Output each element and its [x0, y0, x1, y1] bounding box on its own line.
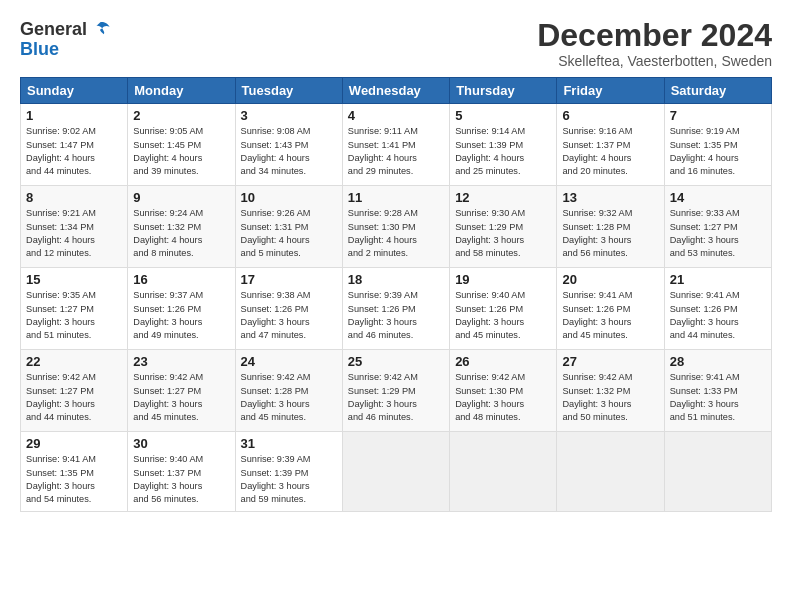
day-info: Sunrise: 9:19 AM Sunset: 1:35 PM Dayligh… — [670, 125, 766, 178]
week-row-5: 29Sunrise: 9:41 AM Sunset: 1:35 PM Dayli… — [21, 432, 772, 511]
table-cell — [342, 432, 449, 511]
table-cell: 2Sunrise: 9:05 AM Sunset: 1:45 PM Daylig… — [128, 104, 235, 186]
day-info: Sunrise: 9:39 AM Sunset: 1:39 PM Dayligh… — [241, 453, 337, 506]
table-cell: 5Sunrise: 9:14 AM Sunset: 1:39 PM Daylig… — [450, 104, 557, 186]
table-cell — [450, 432, 557, 511]
day-info: Sunrise: 9:08 AM Sunset: 1:43 PM Dayligh… — [241, 125, 337, 178]
day-number: 14 — [670, 190, 766, 205]
day-info: Sunrise: 9:11 AM Sunset: 1:41 PM Dayligh… — [348, 125, 444, 178]
table-cell — [664, 432, 771, 511]
calendar-header-row: Sunday Monday Tuesday Wednesday Thursday… — [21, 78, 772, 104]
day-number: 3 — [241, 108, 337, 123]
table-cell: 6Sunrise: 9:16 AM Sunset: 1:37 PM Daylig… — [557, 104, 664, 186]
week-row-4: 22Sunrise: 9:42 AM Sunset: 1:27 PM Dayli… — [21, 350, 772, 432]
day-info: Sunrise: 9:32 AM Sunset: 1:28 PM Dayligh… — [562, 207, 658, 260]
day-info: Sunrise: 9:14 AM Sunset: 1:39 PM Dayligh… — [455, 125, 551, 178]
day-number: 23 — [133, 354, 229, 369]
day-number: 1 — [26, 108, 122, 123]
day-number: 24 — [241, 354, 337, 369]
day-number: 17 — [241, 272, 337, 287]
day-number: 27 — [562, 354, 658, 369]
header: General Blue December 2024 Skelleftea, V… — [20, 18, 772, 69]
day-info: Sunrise: 9:02 AM Sunset: 1:47 PM Dayligh… — [26, 125, 122, 178]
header-tuesday: Tuesday — [235, 78, 342, 104]
table-cell: 9Sunrise: 9:24 AM Sunset: 1:32 PM Daylig… — [128, 186, 235, 268]
day-number: 2 — [133, 108, 229, 123]
calendar-table: Sunday Monday Tuesday Wednesday Thursday… — [20, 77, 772, 511]
table-cell: 20Sunrise: 9:41 AM Sunset: 1:26 PM Dayli… — [557, 268, 664, 350]
day-number: 4 — [348, 108, 444, 123]
table-cell: 7Sunrise: 9:19 AM Sunset: 1:35 PM Daylig… — [664, 104, 771, 186]
table-cell: 8Sunrise: 9:21 AM Sunset: 1:34 PM Daylig… — [21, 186, 128, 268]
header-friday: Friday — [557, 78, 664, 104]
week-row-2: 8Sunrise: 9:21 AM Sunset: 1:34 PM Daylig… — [21, 186, 772, 268]
table-cell: 4Sunrise: 9:11 AM Sunset: 1:41 PM Daylig… — [342, 104, 449, 186]
day-info: Sunrise: 9:28 AM Sunset: 1:30 PM Dayligh… — [348, 207, 444, 260]
day-number: 6 — [562, 108, 658, 123]
day-number: 8 — [26, 190, 122, 205]
day-info: Sunrise: 9:40 AM Sunset: 1:26 PM Dayligh… — [455, 289, 551, 342]
day-info: Sunrise: 9:38 AM Sunset: 1:26 PM Dayligh… — [241, 289, 337, 342]
table-cell: 24Sunrise: 9:42 AM Sunset: 1:28 PM Dayli… — [235, 350, 342, 432]
table-cell: 22Sunrise: 9:42 AM Sunset: 1:27 PM Dayli… — [21, 350, 128, 432]
table-cell: 1Sunrise: 9:02 AM Sunset: 1:47 PM Daylig… — [21, 104, 128, 186]
table-cell: 12Sunrise: 9:30 AM Sunset: 1:29 PM Dayli… — [450, 186, 557, 268]
location: Skelleftea, Vaesterbotten, Sweden — [537, 53, 772, 69]
logo-blue-text: Blue — [20, 40, 59, 58]
day-info: Sunrise: 9:42 AM Sunset: 1:29 PM Dayligh… — [348, 371, 444, 424]
table-cell: 15Sunrise: 9:35 AM Sunset: 1:27 PM Dayli… — [21, 268, 128, 350]
day-info: Sunrise: 9:16 AM Sunset: 1:37 PM Dayligh… — [562, 125, 658, 178]
day-info: Sunrise: 9:30 AM Sunset: 1:29 PM Dayligh… — [455, 207, 551, 260]
table-cell: 17Sunrise: 9:38 AM Sunset: 1:26 PM Dayli… — [235, 268, 342, 350]
day-number: 7 — [670, 108, 766, 123]
day-number: 29 — [26, 436, 122, 451]
day-number: 20 — [562, 272, 658, 287]
table-cell: 26Sunrise: 9:42 AM Sunset: 1:30 PM Dayli… — [450, 350, 557, 432]
day-info: Sunrise: 9:39 AM Sunset: 1:26 PM Dayligh… — [348, 289, 444, 342]
header-monday: Monday — [128, 78, 235, 104]
table-cell: 18Sunrise: 9:39 AM Sunset: 1:26 PM Dayli… — [342, 268, 449, 350]
day-number: 15 — [26, 272, 122, 287]
table-cell — [557, 432, 664, 511]
table-cell: 31Sunrise: 9:39 AM Sunset: 1:39 PM Dayli… — [235, 432, 342, 511]
day-number: 16 — [133, 272, 229, 287]
day-info: Sunrise: 9:42 AM Sunset: 1:27 PM Dayligh… — [26, 371, 122, 424]
day-number: 5 — [455, 108, 551, 123]
day-number: 10 — [241, 190, 337, 205]
day-number: 13 — [562, 190, 658, 205]
day-info: Sunrise: 9:05 AM Sunset: 1:45 PM Dayligh… — [133, 125, 229, 178]
day-info: Sunrise: 9:21 AM Sunset: 1:34 PM Dayligh… — [26, 207, 122, 260]
day-info: Sunrise: 9:42 AM Sunset: 1:30 PM Dayligh… — [455, 371, 551, 424]
table-cell: 23Sunrise: 9:42 AM Sunset: 1:27 PM Dayli… — [128, 350, 235, 432]
day-info: Sunrise: 9:33 AM Sunset: 1:27 PM Dayligh… — [670, 207, 766, 260]
table-cell: 28Sunrise: 9:41 AM Sunset: 1:33 PM Dayli… — [664, 350, 771, 432]
table-cell: 19Sunrise: 9:40 AM Sunset: 1:26 PM Dayli… — [450, 268, 557, 350]
day-info: Sunrise: 9:41 AM Sunset: 1:35 PM Dayligh… — [26, 453, 122, 506]
logo-bird-icon — [89, 18, 111, 40]
day-number: 21 — [670, 272, 766, 287]
day-number: 25 — [348, 354, 444, 369]
header-saturday: Saturday — [664, 78, 771, 104]
page: General Blue December 2024 Skelleftea, V… — [0, 0, 792, 612]
day-number: 26 — [455, 354, 551, 369]
table-cell: 27Sunrise: 9:42 AM Sunset: 1:32 PM Dayli… — [557, 350, 664, 432]
table-cell: 13Sunrise: 9:32 AM Sunset: 1:28 PM Dayli… — [557, 186, 664, 268]
day-number: 12 — [455, 190, 551, 205]
table-cell: 10Sunrise: 9:26 AM Sunset: 1:31 PM Dayli… — [235, 186, 342, 268]
table-cell: 14Sunrise: 9:33 AM Sunset: 1:27 PM Dayli… — [664, 186, 771, 268]
day-info: Sunrise: 9:42 AM Sunset: 1:28 PM Dayligh… — [241, 371, 337, 424]
table-cell: 29Sunrise: 9:41 AM Sunset: 1:35 PM Dayli… — [21, 432, 128, 511]
header-wednesday: Wednesday — [342, 78, 449, 104]
title-block: December 2024 Skelleftea, Vaesterbotten,… — [537, 18, 772, 69]
logo: General Blue — [20, 18, 111, 58]
day-number: 19 — [455, 272, 551, 287]
week-row-3: 15Sunrise: 9:35 AM Sunset: 1:27 PM Dayli… — [21, 268, 772, 350]
table-cell: 11Sunrise: 9:28 AM Sunset: 1:30 PM Dayli… — [342, 186, 449, 268]
day-info: Sunrise: 9:42 AM Sunset: 1:32 PM Dayligh… — [562, 371, 658, 424]
header-sunday: Sunday — [21, 78, 128, 104]
day-number: 31 — [241, 436, 337, 451]
logo-general-text: General — [20, 20, 87, 38]
week-row-1: 1Sunrise: 9:02 AM Sunset: 1:47 PM Daylig… — [21, 104, 772, 186]
day-info: Sunrise: 9:41 AM Sunset: 1:26 PM Dayligh… — [562, 289, 658, 342]
day-number: 22 — [26, 354, 122, 369]
